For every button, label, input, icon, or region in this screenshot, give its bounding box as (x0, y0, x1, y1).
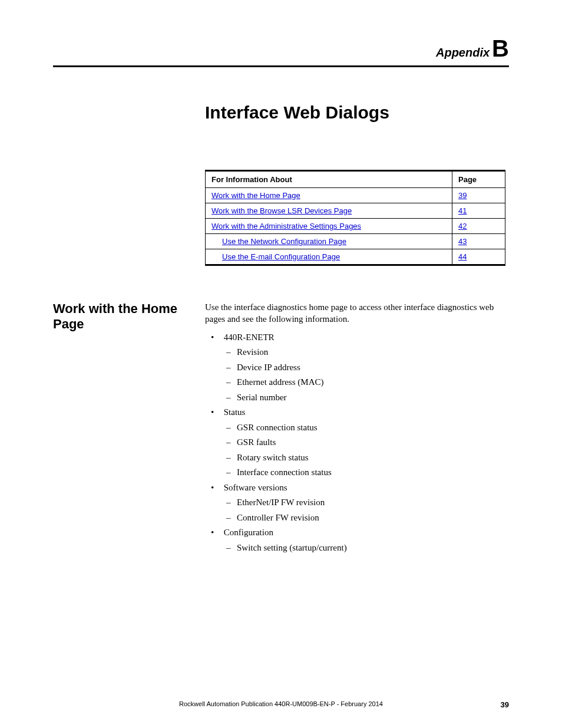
toc-cell-page: 41 (452, 203, 505, 219)
toc-link[interactable]: Use the E-mail Configuration Page (222, 252, 340, 261)
bullet-list: 440R-ENETR Revision Device IP address Et… (205, 330, 509, 556)
toc-row: Use the E-mail Configuration Page 44 (206, 249, 505, 265)
page-content: AppendixB Interface Web Dialogs For Info… (0, 0, 562, 728)
appendix-letter: B (492, 35, 509, 61)
bullet-label: Configuration (224, 528, 273, 537)
toc-link[interactable]: Work with the Home Page (211, 191, 300, 200)
section-right-col: Use the interface diagnostics home page … (205, 301, 509, 555)
list-item: Rotary switch status (237, 450, 509, 466)
toc-col-info: For Information About (206, 171, 452, 188)
appendix-word: Appendix (436, 46, 490, 59)
toc-cell-label: Work with the Administrative Settings Pa… (206, 219, 452, 234)
sub-list: EtherNet/IP FW revision Controller FW re… (222, 495, 509, 525)
list-item: Device IP address (237, 360, 509, 375)
appendix-header: AppendixB (53, 35, 509, 62)
toc-cell-label: Work with the Browse LSR Devices Page (206, 203, 452, 219)
toc-col-page: Page (452, 171, 505, 188)
toc-page-link[interactable]: 43 (458, 237, 467, 246)
toc-header-row: For Information About Page (206, 171, 505, 188)
toc-cell-page: 42 (452, 219, 505, 234)
list-item: 440R-ENETR Revision Device IP address Et… (222, 330, 509, 406)
list-item: Switch setting (startup/current) (237, 541, 509, 556)
footer-page-number: 39 (501, 700, 509, 709)
toc-cell-label: Work with the Home Page (206, 188, 452, 203)
page-footer: Rockwell Automation Publication 440R-UM0… (53, 700, 509, 709)
list-item: GSR faults (237, 435, 509, 450)
section-two-col: Work with the Home Page Use the interfac… (53, 301, 509, 555)
toc-table: For Information About Page Work with the… (205, 170, 505, 266)
list-item: EtherNet/IP FW revision (237, 495, 509, 510)
toc-cell-page: 44 (452, 249, 505, 265)
section-intro: Use the interface diagnostics home page … (205, 301, 509, 325)
list-item: Serial number (237, 390, 509, 406)
list-item: Controller FW revision (237, 510, 509, 526)
list-item: Configuration Switch setting (startup/cu… (222, 525, 509, 555)
toc-row: Work with the Administrative Settings Pa… (206, 219, 505, 234)
toc-cell-page: 43 (452, 234, 505, 249)
list-item: Revision (237, 345, 509, 360)
bullet-label: Status (224, 407, 246, 417)
sub-list: Switch setting (startup/current) (222, 541, 509, 556)
toc-page-link[interactable]: 41 (458, 206, 467, 215)
toc-link[interactable]: Use the Network Configuration Page (222, 237, 346, 246)
toc-cell-label: Use the Network Configuration Page (206, 234, 452, 249)
list-item: Software versions EtherNet/IP FW revisio… (222, 480, 509, 526)
bullet-label: Software versions (224, 483, 287, 492)
toc-page-link[interactable]: 39 (458, 191, 467, 200)
list-item: Interface connection status (237, 465, 509, 480)
bullet-label: 440R-ENETR (224, 332, 275, 342)
chapter-title: Interface Web Dialogs (205, 103, 509, 123)
section-heading: Work with the Home Page (53, 301, 193, 332)
toc-cell-page: 39 (452, 188, 505, 203)
sub-list: GSR connection status GSR faults Rotary … (222, 420, 509, 480)
list-item: Status GSR connection status GSR faults … (222, 405, 509, 480)
section-left-col: Work with the Home Page (53, 301, 193, 555)
header-rule (53, 65, 509, 67)
toc-link[interactable]: Work with the Browse LSR Devices Page (211, 206, 352, 215)
list-item: GSR connection status (237, 420, 509, 436)
toc-row: Work with the Home Page 39 (206, 188, 505, 203)
toc-link[interactable]: Work with the Administrative Settings Pa… (211, 222, 361, 230)
toc-row: Use the Network Configuration Page 43 (206, 234, 505, 249)
toc-row: Work with the Browse LSR Devices Page 41 (206, 203, 505, 219)
footer-publication: Rockwell Automation Publication 440R-UM0… (53, 700, 509, 707)
toc-page-link[interactable]: 44 (458, 252, 467, 261)
list-item: Ethernet address (MAC) (237, 375, 509, 390)
toc-page-link[interactable]: 42 (458, 222, 467, 230)
sub-list: Revision Device IP address Ethernet addr… (222, 345, 509, 405)
toc-cell-label: Use the E-mail Configuration Page (206, 249, 452, 265)
